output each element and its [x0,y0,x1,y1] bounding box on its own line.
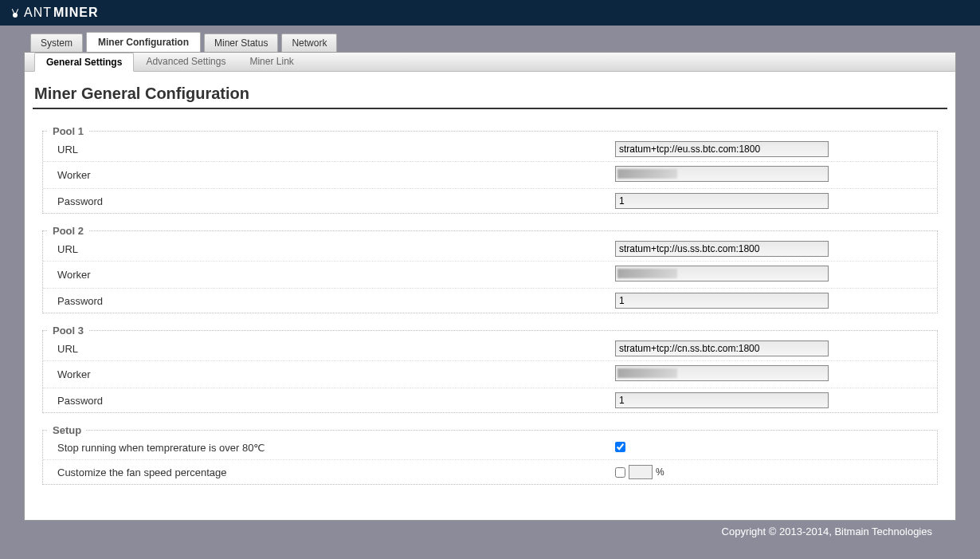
legend-setup: Setup [48,424,86,436]
app-header: ANTMINER [0,0,980,26]
page-title: Miner General Configuration [33,85,947,109]
stop-temp-checkbox[interactable] [615,442,625,452]
pool1-url-input[interactable] [615,141,829,157]
pool3-password-label: Password [57,395,615,407]
fan-speed-checkbox[interactable] [615,467,625,478]
pool1-worker-label: Worker [57,169,615,181]
pool3-worker-input[interactable] [615,365,829,381]
pool1-worker-input[interactable] [615,166,829,182]
legend-pool-2: Pool 2 [48,225,88,237]
legend-pool-1: Pool 1 [48,125,88,137]
fieldset-setup: Setup Stop running when temprerature is … [42,424,938,485]
logo: ANTMINER [10,6,99,20]
logo-ant: ANT [24,6,52,20]
pool2-url-input[interactable] [615,241,829,257]
fan-speed-suffix: % [656,466,664,478]
fieldset-pool-3: Pool 3 URL Worker Password [42,325,938,413]
pool2-worker-label: Worker [57,269,615,281]
fan-speed-label: Customize the fan speed percentage [57,466,615,478]
tab-system[interactable]: System [30,33,83,52]
pool1-url-label: URL [57,144,615,155]
pool2-password-input[interactable] [615,293,829,309]
subtab-miner-link[interactable]: Miner Link [237,52,305,71]
pool2-url-label: URL [57,243,615,255]
tab-network[interactable]: Network [281,33,337,52]
pool2-password-label: Password [57,295,615,307]
legend-pool-3: Pool 3 [48,325,88,337]
primary-tabs: System Miner Configuration Miner Status … [0,32,980,52]
secondary-tabs: General Settings Advanced Settings Miner… [25,53,955,72]
fieldset-pool-1: Pool 1 URL Worker Password [42,125,938,214]
tab-miner-status[interactable]: Miner Status [204,33,278,52]
subtab-advanced-settings[interactable]: Advanced Settings [134,52,237,71]
logo-miner: MINER [53,6,99,20]
fieldset-pool-2: Pool 2 URL Worker Password [42,225,938,313]
subtab-general-settings[interactable]: General Settings [34,53,134,72]
pool1-password-label: Password [57,195,615,207]
stop-temp-label: Stop running when temprerature is over 8… [57,442,615,454]
pool1-password-input[interactable] [615,193,829,209]
pool3-url-input[interactable] [615,341,829,356]
ant-icon [10,7,21,18]
pool3-password-input[interactable] [615,392,829,408]
pool3-worker-label: Worker [57,368,615,380]
footer-copyright: Copyright © 2013-2014, Bitmain Technolog… [0,521,980,545]
pool2-worker-input[interactable] [615,266,829,281]
pool3-url-label: URL [57,343,615,355]
tab-miner-configuration[interactable]: Miner Configuration [86,32,201,52]
fan-speed-input[interactable] [629,465,653,479]
